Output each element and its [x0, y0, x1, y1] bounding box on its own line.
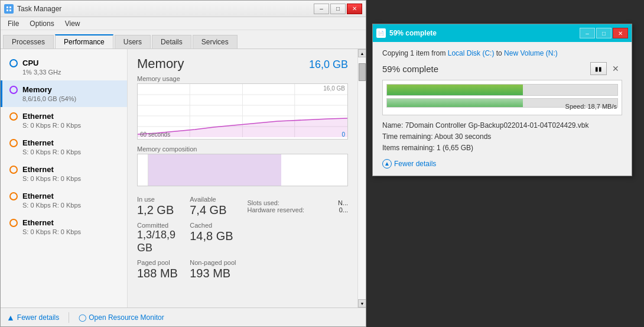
maximize-button[interactable]: □ [330, 4, 346, 14]
fewer-details-icon: ▲ [6, 313, 15, 322]
tab-performance[interactable]: Performance [55, 34, 113, 48]
items-remaining-value: 1 (6,65 GB) [437, 144, 473, 152]
minimize-button[interactable]: – [314, 4, 329, 14]
chart-zero-label: 0 [341, 131, 345, 138]
copy-dialog: 📄 59% complete – □ ✕ Copying 1 item from… [372, 24, 632, 176]
main-panel: Memory 16,0 GB Memory usage [128, 49, 357, 307]
sidebar-item-ethernet2[interactable]: Ethernet S: 0 Kbps R: 0 Kbps [1, 134, 127, 160]
sidebar-item-memory[interactable]: Memory 8,6/16,0 GB (54%) [1, 80, 127, 107]
scroll-up-arrow[interactable]: ▲ [358, 49, 366, 57]
open-resource-monitor-button[interactable]: ◯ Open Resource Monitor [79, 313, 164, 322]
non-paged-pool-stat: Non-paged pool 193 MB [190, 257, 242, 283]
comp-light-purple [148, 154, 281, 186]
committed-label: Committed [137, 222, 190, 229]
svg-rect-1 [9, 7, 11, 8]
ethernet4-dot [9, 192, 18, 200]
menu-options[interactable]: Options [25, 18, 58, 29]
time-remaining-label: Time remaining: [382, 132, 434, 141]
dialog-body: Copying 1 item from Local Disk (C:) to N… [373, 42, 632, 176]
ethernet1-dot [9, 112, 18, 121]
dialog-win-controls: – □ ✕ [580, 28, 628, 38]
non-paged-pool-value: 193 MB [190, 266, 242, 280]
task-manager-window: Task Manager – □ ✕ File Options View Pro… [0, 0, 366, 327]
slots-used-value: N... [338, 199, 348, 206]
available-value: 7,4 GB [190, 203, 242, 217]
chart-max-label: 16,0 GB [323, 85, 345, 92]
ethernet4-subtitle: S: 0 Kbps R: 0 Kbps [22, 202, 120, 209]
titlebar-left: Task Manager [4, 4, 61, 14]
ethernet5-title: Ethernet [9, 218, 120, 227]
memory-usage-chart-section: Memory usage [137, 75, 348, 140]
dialog-titlebar: 📄 59% complete – □ ✕ [373, 24, 632, 42]
paged-pool-value: 188 MB [137, 266, 190, 280]
time-remaining-row: Time remaining: About 30 seconds [382, 131, 622, 143]
sidebar-item-ethernet3[interactable]: Ethernet S: 0 Kbps R: 0 Kbps [1, 160, 127, 187]
menu-file[interactable]: File [3, 18, 24, 29]
committed-value: 1,3/18,9 GB [137, 229, 190, 254]
ethernet3-title: Ethernet [9, 165, 120, 174]
pause-button[interactable]: ▮▮ [590, 62, 607, 75]
sidebar: CPU 1% 3,33 GHz Memory 8,6/16,0 GB (54%)… [1, 49, 128, 307]
scrollbar-track[interactable] [358, 57, 366, 299]
cached-label: Cached [190, 222, 242, 229]
committed-stat: Committed 1,3/18,9 GB [137, 219, 190, 257]
dialog-close-button[interactable]: ✕ [613, 28, 628, 38]
dialog-title-left: 📄 59% complete [376, 28, 437, 38]
resource-monitor-label: Open Resource Monitor [89, 313, 164, 322]
cpu-status-dot [9, 59, 18, 67]
progress-bar-inner [387, 85, 523, 95]
ethernet1-title: Ethernet [9, 112, 120, 121]
dialog-fewer-details-button[interactable]: ▲ Fewer details [382, 159, 622, 169]
ethernet1-subtitle: S: 0 Kbps R: 0 Kbps [22, 122, 120, 129]
sidebar-item-ethernet4[interactable]: Ethernet S: 0 Kbps R: 0 Kbps [1, 187, 127, 213]
sidebar-item-ethernet1[interactable]: Ethernet S: 0 Kbps R: 0 Kbps [1, 107, 127, 134]
paged-pool-label: Paged pool [137, 259, 190, 266]
scrollbar[interactable]: ▲ ▼ [357, 49, 366, 307]
comp-white [138, 154, 148, 186]
slots-used-label: Slots used: [248, 199, 279, 206]
tab-bar: Processes Performance Users Details Serv… [1, 30, 366, 49]
progress-speed: Speed: 18,7 MB/s [565, 103, 617, 110]
ethernet3-subtitle: S: 0 Kbps R: 0 Kbps [22, 175, 120, 182]
dialog-x-button[interactable]: ✕ [609, 62, 622, 75]
memory-stats-grid: In use 1,2 GB Available 7,4 GB Slots use… [137, 193, 348, 283]
ethernet4-title: Ethernet [9, 192, 120, 200]
sidebar-item-cpu[interactable]: CPU 1% 3,33 GHz [1, 54, 127, 80]
sidebar-item-ethernet5[interactable]: Ethernet S: 0 Kbps R: 0 Kbps [1, 213, 127, 240]
task-manager-icon [4, 4, 14, 14]
in-use-value: 1,2 GB [137, 203, 190, 217]
copy-source-link[interactable]: Local Disk (C:) [448, 49, 495, 57]
menu-view[interactable]: View [60, 18, 85, 29]
menu-bar: File Options View [1, 17, 366, 30]
comp-white2 [281, 154, 347, 186]
tab-processes[interactable]: Processes [3, 35, 54, 48]
scroll-down-arrow[interactable]: ▼ [358, 299, 366, 307]
available-stat: Available 7,4 GB [190, 193, 242, 219]
dialog-minimize-button[interactable]: – [580, 28, 595, 38]
memory-usage-svg [138, 84, 347, 137]
fewer-details-button[interactable]: ▲ Fewer details [6, 313, 59, 322]
in-use-stat: In use 1,2 GB [137, 193, 190, 219]
ethernet5-dot [9, 219, 18, 227]
non-paged-pool-label: Non-paged pool [190, 259, 242, 266]
memory-composition-section: Memory composition [137, 145, 348, 186]
copy-dest-link[interactable]: New Volume (N:) [504, 49, 558, 57]
hardware-reserved-label: Hardware reserved: [248, 206, 305, 213]
dialog-fewer-details-icon: ▲ [382, 159, 392, 169]
tab-details[interactable]: Details [152, 35, 191, 48]
window-controls: – □ ✕ [314, 4, 362, 14]
file-info: Name: 7Domain Controller Gp-Backup022014… [382, 120, 622, 154]
dialog-fewer-details-label: Fewer details [394, 160, 436, 168]
tab-services[interactable]: Services [193, 35, 238, 48]
scrollbar-thumb[interactable] [359, 63, 366, 81]
dialog-status-text: 59% complete [382, 64, 438, 74]
in-use-label: In use [137, 196, 190, 203]
memory-status-dot [9, 86, 18, 94]
dialog-maximize-button[interactable]: □ [596, 28, 612, 38]
file-name-label: Name: [382, 121, 405, 129]
close-button[interactable]: ✕ [347, 4, 362, 14]
task-manager-titlebar: Task Manager – □ ✕ [1, 1, 366, 17]
tab-users[interactable]: Users [115, 35, 151, 48]
ethernet2-subtitle: S: 0 Kbps R: 0 Kbps [22, 148, 120, 156]
footer: ▲ Fewer details ◯ Open Resource Monitor [1, 307, 366, 326]
